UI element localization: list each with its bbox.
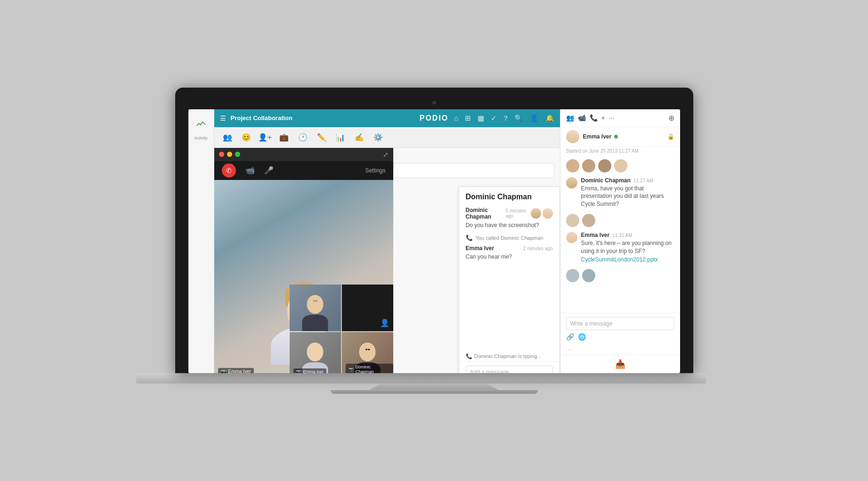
laptop-camera (432, 101, 436, 105)
chat-messages: Dominic Chapman 5 minutes ago Do you hav… (459, 203, 560, 351)
video-toggle-button[interactable]: 📹 (245, 166, 255, 175)
inbox-icon[interactable]: 📥 (615, 359, 625, 369)
phone-system-icon: 📞 (466, 235, 473, 241)
rs-msg-avatar-emma (566, 232, 577, 243)
cam-icon-emma: 📷 (296, 369, 301, 373)
rs-users-icon[interactable]: 👥 (566, 114, 574, 122)
window-minimize-btn[interactable] (227, 152, 232, 157)
grid-icon[interactable]: ⊞ (465, 114, 471, 122)
sec-emoji-icon[interactable]: 😊 (238, 129, 255, 146)
typing-text: Dominic Chapman is typing... (474, 353, 542, 359)
phone-end-icon: ✆ (226, 167, 232, 174)
rs-inbox: 📥 (560, 355, 680, 373)
help-icon[interactable]: ? (503, 114, 507, 122)
chat-sender-2: Emma Iver (466, 245, 495, 252)
app-container: Activity ☰ Project Collaboration PODIO ⌂… (188, 109, 680, 373)
settings-button[interactable]: Settings (365, 167, 385, 174)
sec-pencil-icon[interactable]: ✏️ (313, 129, 330, 146)
rs-msg-content-1: Dominic Chapman 11:27 AM Emma, have you … (581, 177, 674, 208)
emma-name-label: Emma Iver (228, 369, 251, 373)
calendar-icon[interactable]: ▦ (478, 114, 484, 122)
rs-attach-icon[interactable]: 🔗 (566, 333, 574, 341)
window-close-btn[interactable] (219, 152, 224, 157)
rs-more-icon[interactable]: ··· (609, 114, 615, 122)
chat-system-msg: 📞 You called Dominic Chapman (466, 235, 553, 241)
rs-msg-section: Dominic Chapman 11:27 AM Emma, have you … (560, 155, 680, 313)
rs-message-input[interactable] (566, 317, 674, 330)
video-main-area: 📷 Emma Iver (214, 180, 393, 373)
right-sidebar-header: 👥 📹 📞 + ··· ⊕ (560, 109, 680, 127)
laptop-stand (369, 383, 499, 390)
rs-input-area: 🔗 🌐 (560, 313, 680, 344)
rs-avatar-8 (582, 269, 595, 282)
rs-attachment-link[interactable]: CycleSummitLondon2012.pptx (581, 256, 658, 263)
thumb-person-1: 👓 (302, 295, 328, 331)
rs-globe-icon[interactable]: 🌐 (578, 333, 586, 341)
sec-edit-icon[interactable]: ✍️ (351, 129, 368, 146)
sec-person-add-icon[interactable]: 👤+ (257, 129, 274, 146)
thumb-dominic-label: 📷 Dominic Chapman (346, 364, 393, 373)
thumb-glasses-1: 👓 (307, 299, 324, 303)
rs-msg-sender-2: Emma Iver (581, 232, 610, 238)
menu-icon[interactable]: ☰ (220, 114, 226, 122)
rs-msg-item-1: Dominic Chapman 11:27 AM Emma, have you … (566, 177, 674, 208)
rs-avatar-4 (614, 159, 627, 172)
screen-bezel: Activity ☰ Project Collaboration PODIO ⌂… (175, 88, 693, 373)
rs-started-label: Started on June 25 2013 11:27 AM (560, 147, 680, 155)
check-icon[interactable]: ✓ (491, 114, 497, 122)
rs-plus-icon[interactable]: + (601, 114, 605, 122)
video-title-bar: ⤢ (214, 148, 393, 161)
search-icon[interactable]: 🔍 (514, 114, 523, 122)
rs-participant-avatars-3 (566, 269, 674, 282)
expand-icon[interactable]: ⤢ (383, 151, 389, 158)
rs-input-tools: 🔗 🌐 (566, 333, 674, 341)
mic-button[interactable]: 🎤 (264, 166, 274, 175)
window-maximize-btn[interactable] (235, 152, 240, 157)
video-thumbnails: 👓 👤 (290, 285, 393, 373)
rs-add-icon[interactable]: ⊕ (668, 114, 674, 122)
chat-time-2: 2 minutes ago (523, 246, 553, 251)
laptop-foot (331, 390, 538, 394)
cam-icon-dominic: 📷 (349, 367, 354, 372)
rs-participant-avatars (566, 159, 674, 172)
thumb-body-1 (302, 315, 328, 331)
sec-clock-icon[interactable]: 🕐 (294, 129, 311, 146)
rs-msg-time-1: 11:27 AM (633, 178, 653, 183)
rs-avatar-7 (566, 269, 579, 282)
rs-avatar-6 (582, 214, 595, 227)
video-thumb-dominic-small: 🕶️ 📷 Dominic Chapman (342, 332, 393, 373)
chat-avatars-1 (531, 208, 553, 219)
rs-msg-text-1: Emma, have you got that presentation you… (581, 185, 674, 208)
chat-msg-2-header: Emma Iver 2 minutes ago (466, 245, 553, 252)
typing-icon: 📞 (466, 353, 472, 359)
rs-avatar-2 (582, 159, 595, 172)
top-nav: ☰ Project Collaboration PODIO ⌂ ⊞ ▦ ✓ ? … (214, 109, 560, 127)
rs-video-icon[interactable]: 📹 (578, 114, 586, 122)
bell-icon[interactable]: 🔔 (545, 114, 554, 122)
sec-people-icon[interactable]: 👥 (219, 129, 236, 146)
end-call-button[interactable]: ✆ (222, 163, 236, 178)
sec-settings-icon[interactable]: ⚙️ (370, 129, 387, 146)
sidebar-left: Activity (188, 109, 214, 373)
emma-video-label: 📷 Emma Iver (218, 368, 254, 373)
rs-msg-avatar-dominic (566, 177, 577, 188)
rs-msg-header-2: Emma Iver 11:31 AM (581, 232, 674, 238)
rs-more-dots: ··· (560, 344, 680, 355)
video-thumb-1: 👓 (290, 285, 341, 331)
person-placeholder: 👤 (380, 318, 389, 327)
chat-input-field[interactable] (466, 366, 553, 373)
sec-chart-icon[interactable]: 📊 (332, 129, 349, 146)
thumb-bg-emma (290, 332, 341, 373)
chat-sender-1: Dominic Chapman (466, 207, 503, 220)
home-icon[interactable]: ⌂ (454, 114, 458, 122)
sidebar-item-activity[interactable]: Activity (190, 113, 212, 143)
rs-phone-icon[interactable]: 📞 (590, 114, 598, 122)
person-icon[interactable]: 👤 (530, 114, 539, 122)
sec-briefcase-icon[interactable]: 💼 (276, 129, 292, 146)
rs-msg-content-2: Emma Iver 11:31 AM Sure, it's here – are… (581, 232, 674, 264)
chat-time-1: 5 minutes ago (505, 208, 527, 219)
chat-typing-indicator: 📞 Dominic Chapman is typing... (459, 351, 560, 361)
rs-lock-icon: 🔒 (667, 133, 674, 140)
rs-msg-header-1: Dominic Chapman 11:27 AM (581, 177, 674, 184)
video-call-overlay: ⤢ ✆ 📹 🎤 Settings (214, 148, 393, 373)
